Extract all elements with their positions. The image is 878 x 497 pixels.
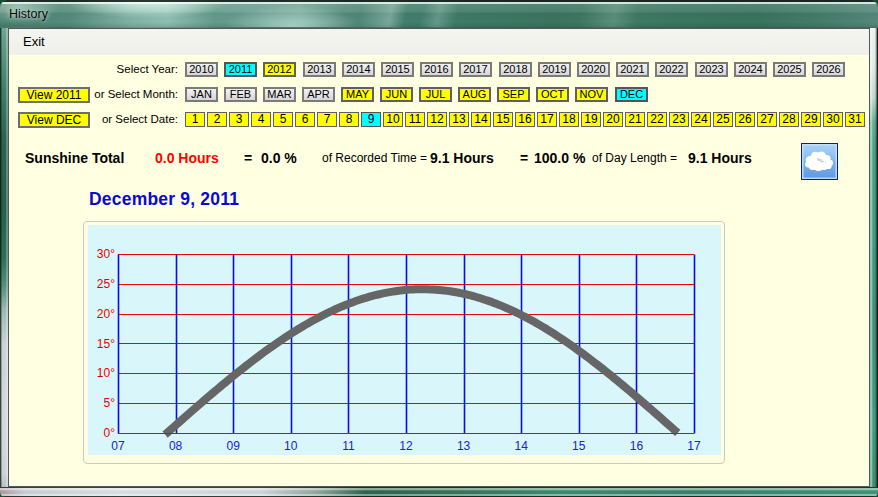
svg-text:11: 11 bbox=[342, 439, 355, 453]
svg-text:15°: 15° bbox=[97, 337, 115, 351]
svg-text:30°: 30° bbox=[97, 247, 115, 261]
svg-text:09: 09 bbox=[227, 439, 241, 453]
svg-text:10°: 10° bbox=[97, 366, 115, 380]
svg-text:5°: 5° bbox=[104, 396, 116, 410]
svg-text:10: 10 bbox=[284, 439, 298, 453]
svg-text:14: 14 bbox=[515, 439, 529, 453]
svg-text:08: 08 bbox=[169, 439, 183, 453]
svg-text:15: 15 bbox=[572, 439, 586, 453]
svg-text:12: 12 bbox=[399, 439, 413, 453]
svg-text:16: 16 bbox=[630, 439, 644, 453]
svg-text:13: 13 bbox=[457, 439, 471, 453]
svg-text:20°: 20° bbox=[97, 307, 115, 321]
svg-text:07: 07 bbox=[111, 439, 125, 453]
svg-text:25°: 25° bbox=[97, 277, 115, 291]
svg-text:0°: 0° bbox=[104, 426, 116, 440]
svg-text:17: 17 bbox=[687, 439, 701, 453]
